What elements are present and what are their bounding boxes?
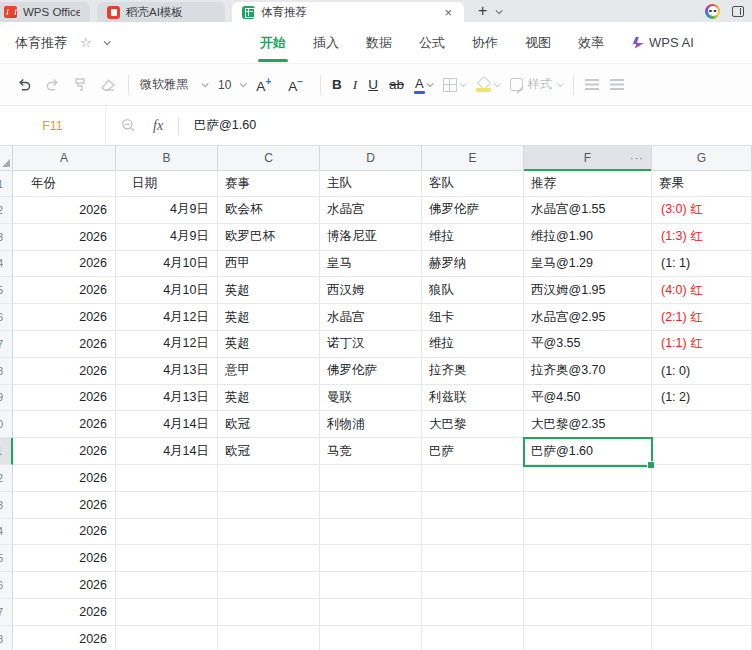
column-header-E[interactable]: E	[422, 146, 524, 170]
cell-F11[interactable]: 巴萨@1.60	[524, 438, 652, 465]
row-header-17[interactable]: 17	[0, 599, 13, 626]
cell-E11[interactable]: 巴萨	[422, 438, 524, 465]
row-header-13[interactable]: 13	[0, 492, 13, 519]
cell-F2[interactable]: 水晶宫@1.55	[524, 197, 652, 224]
column-header-A[interactable]: A	[13, 146, 116, 170]
favorite-star-icon[interactable]: ☆	[80, 35, 92, 50]
font-size-select[interactable]: 10	[218, 78, 245, 92]
cell-B6[interactable]: 4月12日	[116, 304, 218, 331]
cell-F12[interactable]	[524, 465, 652, 492]
column-more-icon[interactable]: ···	[630, 153, 644, 164]
cell-D9[interactable]: 曼联	[320, 385, 422, 412]
cell-C13[interactable]	[218, 492, 320, 519]
row-header-7[interactable]: 7	[0, 331, 13, 358]
column-header-C[interactable]: C	[218, 146, 320, 170]
ribbon-tab-8[interactable]: WPS AI	[631, 35, 694, 50]
row-header-3[interactable]: 3	[0, 224, 13, 251]
cell-G18[interactable]	[652, 626, 752, 650]
cell-D17[interactable]	[320, 599, 422, 626]
cell-D10[interactable]: 利物浦	[320, 411, 422, 438]
cell-C10[interactable]: 欧冠	[218, 411, 320, 438]
cell-C1[interactable]: 赛事	[218, 171, 320, 197]
cell-G4[interactable]: (1: 1)	[652, 251, 752, 278]
cell-B17[interactable]	[116, 599, 218, 626]
row-header-18[interactable]: 18	[0, 626, 13, 650]
cell-A12[interactable]: 2026	[13, 465, 116, 492]
cell-D18[interactable]	[320, 626, 422, 650]
format-painter-icon[interactable]	[72, 77, 88, 93]
cell-G2[interactable]: (3:0) 红	[652, 197, 752, 224]
cell-E18[interactable]	[422, 626, 524, 650]
eraser-icon[interactable]	[99, 77, 117, 92]
cell-A13[interactable]: 2026	[13, 492, 116, 519]
ribbon-tab-2[interactable]: 插入	[313, 34, 339, 52]
cell-A5[interactable]: 2026	[13, 277, 116, 304]
redo-icon[interactable]	[44, 77, 61, 92]
cell-A17[interactable]: 2026	[13, 599, 116, 626]
cell-A2[interactable]: 2026	[13, 197, 116, 224]
cell-F4[interactable]: 皇马@1.29	[524, 251, 652, 278]
cell-B15[interactable]	[116, 545, 218, 572]
cell-B16[interactable]	[116, 572, 218, 599]
borders-button[interactable]	[443, 78, 465, 92]
cell-C5[interactable]: 英超	[218, 277, 320, 304]
cell-G15[interactable]	[652, 545, 752, 572]
ribbon-tab-7[interactable]: 效率	[578, 34, 604, 52]
cell-F15[interactable]	[524, 545, 652, 572]
cell-E9[interactable]: 利兹联	[422, 385, 524, 412]
cell-B10[interactable]: 4月14日	[116, 411, 218, 438]
cell-E12[interactable]	[422, 465, 524, 492]
row-header-12[interactable]: 12	[0, 465, 13, 492]
fill-color-button[interactable]	[476, 78, 499, 92]
cell-E8[interactable]: 拉齐奥	[422, 358, 524, 385]
cell-F6[interactable]: 水品宫@2.95	[524, 304, 652, 331]
cell-B4[interactable]: 4月10日	[116, 251, 218, 278]
cell-C3[interactable]: 欧罗巴杯	[218, 224, 320, 251]
cell-name-box[interactable]: F11	[0, 106, 106, 145]
bold-button[interactable]: B	[332, 77, 342, 92]
cell-E7[interactable]: 维拉	[422, 331, 524, 358]
decrease-font-button[interactable]: A−	[288, 76, 309, 94]
cell-D1[interactable]: 主队	[320, 171, 422, 197]
cell-F5[interactable]: 西汉姆@1.95	[524, 277, 652, 304]
cell-C6[interactable]: 英超	[218, 304, 320, 331]
cell-C18[interactable]	[218, 626, 320, 650]
cell-F16[interactable]	[524, 572, 652, 599]
cell-D6[interactable]: 水晶宫	[320, 304, 422, 331]
cell-style-button[interactable]: 样式	[510, 76, 562, 93]
cell-G11[interactable]	[652, 438, 752, 465]
cell-F14[interactable]	[524, 519, 652, 546]
cell-A8[interactable]: 2026	[13, 358, 116, 385]
cell-B13[interactable]	[116, 492, 218, 519]
cell-D15[interactable]	[320, 545, 422, 572]
cell-C17[interactable]	[218, 599, 320, 626]
row-header-10[interactable]: 10	[0, 411, 13, 438]
cell-D8[interactable]: 佛罗伦萨	[320, 358, 422, 385]
cell-E5[interactable]: 狼队	[422, 277, 524, 304]
column-header-G[interactable]: G	[652, 146, 752, 170]
cell-B3[interactable]: 4月9日	[116, 224, 218, 251]
cell-D14[interactable]	[320, 519, 422, 546]
cell-B8[interactable]: 4月13日	[116, 358, 218, 385]
cell-D11[interactable]: 马竞	[320, 438, 422, 465]
close-tab-icon[interactable]: ×	[442, 6, 454, 19]
cell-D2[interactable]: 水晶宫	[320, 197, 422, 224]
align-left-icon[interactable]	[585, 79, 599, 81]
cell-C2[interactable]: 欧会杯	[218, 197, 320, 224]
cell-A14[interactable]: 2026	[13, 519, 116, 546]
cell-D4[interactable]: 皇马	[320, 251, 422, 278]
cell-E6[interactable]: 纽卡	[422, 304, 524, 331]
ribbon-tab-6[interactable]: 视图	[525, 34, 551, 52]
cell-F7[interactable]: 平@3.55	[524, 331, 652, 358]
cell-A18[interactable]: 2026	[13, 626, 116, 650]
cell-G14[interactable]	[652, 519, 752, 546]
window-layout-icon[interactable]	[732, 6, 744, 17]
cell-A9[interactable]: 2026	[13, 385, 116, 412]
ribbon-tab-3[interactable]: 数据	[366, 34, 392, 52]
doc-menu-chevron-icon[interactable]	[103, 38, 110, 45]
cell-A11[interactable]: 2026	[13, 438, 116, 465]
cell-E14[interactable]	[422, 519, 524, 546]
tab-list-chevron-icon[interactable]	[496, 7, 503, 14]
column-header-B[interactable]: B	[116, 146, 218, 170]
row-header-15[interactable]: 15	[0, 545, 13, 572]
